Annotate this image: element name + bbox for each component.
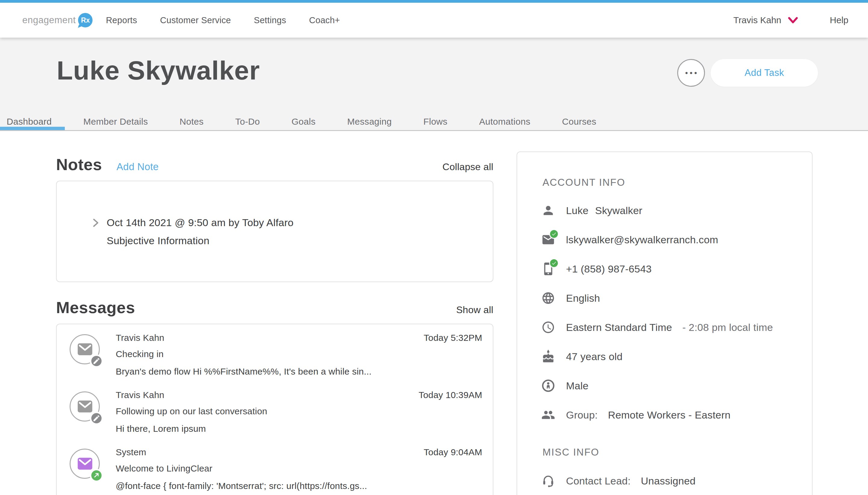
notes-section-header: Notes Add Note Collapse all <box>56 155 493 174</box>
message-preview: Hi there, Lorem ipsum <box>116 424 206 434</box>
clock-icon <box>541 320 555 334</box>
contact-lead-label: Contact Lead: <box>566 475 630 487</box>
account-email-row: lskywalker@skywalkerranch.com <box>541 230 718 249</box>
message-row[interactable]: Travis Kahn Today 5:32PM Checking in Bry… <box>57 333 493 388</box>
person-icon <box>541 204 555 217</box>
member-email: lskywalker@skywalkerranch.com <box>566 234 718 246</box>
member-tabs: Dashboard Member Details Notes To-Do Goa… <box>0 117 596 127</box>
top-navigation-inner: engagement Rx Reports Customer Service S… <box>0 3 868 38</box>
message-avatar <box>70 391 100 422</box>
message-avatar <box>70 449 100 479</box>
logo-badge-text: Rx <box>81 16 90 24</box>
nav-item-settings[interactable]: Settings <box>254 15 286 25</box>
messages-section-header: Messages Show all <box>56 298 493 317</box>
gender-icon <box>541 379 555 393</box>
member-name: LukeSkywalker <box>566 205 642 217</box>
account-group-row: Group:Remote Workers - Eastern <box>541 405 731 425</box>
contact-lead-row: Contact Lead:Unassigned <box>541 471 695 491</box>
member-gender: Male <box>566 380 589 392</box>
tab-notes[interactable]: Notes <box>180 117 204 127</box>
local-time: - 2:08 pm local time <box>682 322 773 333</box>
message-sender: Travis Kahn <box>116 333 164 343</box>
group-icon <box>541 408 555 422</box>
messages-card: Travis Kahn Today 5:32PM Checking in Bry… <box>56 324 493 495</box>
page-title: Luke Skywalker <box>57 55 260 86</box>
tab-dashboard[interactable]: Dashboard <box>6 117 51 127</box>
globe-icon <box>541 291 555 305</box>
notes-card: Oct 14th 2021 @ 9:50 am by Toby Alfaro S… <box>56 181 493 282</box>
logo-text: engagement <box>22 15 76 25</box>
message-row[interactable]: System Today 9:04AM Welcome to LivingCle… <box>57 447 493 495</box>
add-task-label: Add Task <box>745 67 784 78</box>
topbar-right-group: Travis Kahn Help <box>733 15 848 25</box>
member-language: English <box>566 292 600 304</box>
tab-messaging[interactable]: Messaging <box>347 117 392 127</box>
group-label: Group: <box>566 409 597 421</box>
nav-item-reports[interactable]: Reports <box>106 15 137 25</box>
member-phone: +1 (858) 987-6543 <box>566 263 652 275</box>
account-gender-row: Male <box>541 376 589 395</box>
main-nav-links: Reports Customer Service Settings Coach+ <box>106 15 340 25</box>
messages-heading: Messages <box>56 298 135 317</box>
message-preview: Bryan's demo flow Hi %%FirstName%%, It's… <box>116 366 372 377</box>
contact-lead: Contact Lead:Unassigned <box>566 475 695 487</box>
add-note-link[interactable]: Add Note <box>117 161 159 172</box>
message-preview: @font-face { font-family: 'Montserrat'; … <box>116 481 367 491</box>
sent-arrow-badge-icon <box>90 469 103 482</box>
account-age-row: 47 years old <box>541 347 623 366</box>
envelope-icon <box>77 457 93 470</box>
note-header-text: Oct 14th 2021 @ 9:50 am by Toby Alfaro <box>107 217 294 228</box>
member-header: Luke Skywalker ••• Add Task Dashboard Me… <box>0 38 868 131</box>
envelope-icon <box>77 400 93 413</box>
tab-automations[interactable]: Automations <box>479 117 530 127</box>
message-sender: System <box>116 447 146 457</box>
chevron-down-icon <box>788 17 798 24</box>
account-phone-row: +1 (858) 987-6543 <box>541 259 652 278</box>
ellipsis-icon: ••• <box>683 69 699 77</box>
tab-courses[interactable]: Courses <box>562 117 596 127</box>
message-row[interactable]: Travis Kahn Today 10:39AM Following up o… <box>57 390 493 446</box>
message-subject: Following up on our last conversation <box>116 406 267 416</box>
collapse-all-link[interactable]: Collapse all <box>442 161 493 172</box>
active-tab-indicator <box>0 127 65 130</box>
notes-heading: Notes <box>56 155 102 174</box>
pencil-badge-icon <box>90 412 103 425</box>
account-language-row: English <box>541 288 600 308</box>
member-group: Group:Remote Workers - Eastern <box>566 409 731 421</box>
top-accent-strip <box>0 0 868 3</box>
pencil-badge-icon <box>90 354 103 368</box>
message-subject: Welcome to LivingClear <box>116 463 212 474</box>
tab-to-do[interactable]: To-Do <box>235 117 260 127</box>
misc-info-heading: MISC INFO <box>542 446 600 458</box>
note-entry[interactable]: Oct 14th 2021 @ 9:50 am by Toby Alfaro <box>91 217 294 228</box>
headset-icon <box>541 474 555 488</box>
rx-logo-badge-icon: Rx <box>78 13 93 28</box>
message-avatar <box>70 334 100 364</box>
message-sender: Travis Kahn <box>116 390 164 400</box>
member-age: 47 years old <box>566 351 623 362</box>
nav-item-coach-plus[interactable]: Coach+ <box>309 15 340 25</box>
help-link[interactable]: Help <box>830 15 848 25</box>
tab-goals[interactable]: Goals <box>292 117 315 127</box>
message-time: Today 9:04AM <box>424 447 482 457</box>
engagement-rx-logo[interactable]: engagement Rx <box>22 13 93 28</box>
envelope-icon <box>77 343 93 356</box>
message-subject: Checking in <box>116 349 164 359</box>
nav-item-customer-service[interactable]: Customer Service <box>160 15 231 25</box>
add-task-button[interactable]: Add Task <box>711 59 818 87</box>
tab-flows[interactable]: Flows <box>423 117 447 127</box>
email-icon <box>541 233 555 246</box>
birthday-cake-icon <box>541 349 555 363</box>
show-all-link[interactable]: Show all <box>456 304 493 315</box>
more-options-button[interactable]: ••• <box>677 59 705 87</box>
account-info-card: ACCOUNT INFO LukeSkywalker lskywalker@sk… <box>517 151 813 495</box>
message-time: Today 10:39AM <box>419 390 482 400</box>
dashboard-content: Notes Add Note Collapse all Oct 14th 202… <box>0 131 868 495</box>
user-menu[interactable]: Travis Kahn <box>733 15 798 25</box>
tab-member-details[interactable]: Member Details <box>83 117 148 127</box>
message-time: Today 5:32PM <box>424 333 482 343</box>
account-info-heading: ACCOUNT INFO <box>542 177 625 188</box>
verified-check-icon <box>549 258 559 268</box>
account-name-row: LukeSkywalker <box>541 201 642 220</box>
user-name: Travis Kahn <box>733 15 781 25</box>
